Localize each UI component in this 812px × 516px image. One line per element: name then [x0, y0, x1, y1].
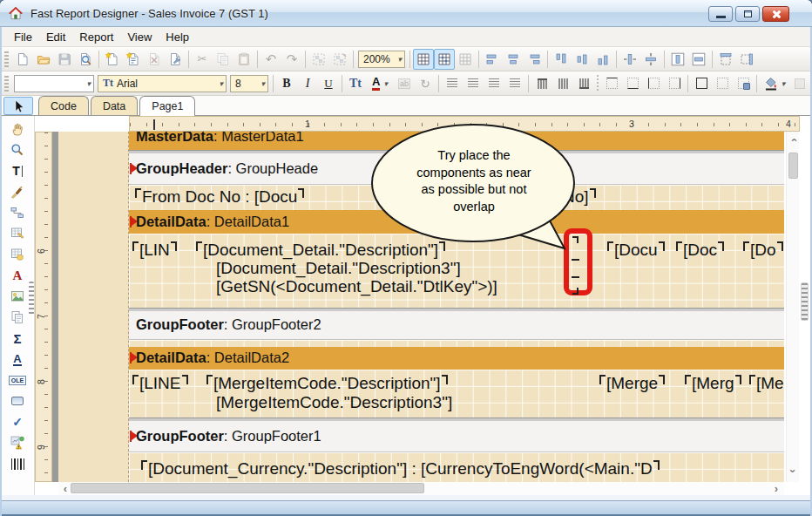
toolbar-grip[interactable] [4, 51, 9, 67]
toolbar-grip[interactable] [4, 76, 9, 92]
scroll-down-icon[interactable]: › [787, 465, 799, 477]
scroll-right-icon[interactable]: › [770, 482, 782, 494]
tab-code[interactable]: Code [38, 96, 89, 115]
zoom-combo[interactable]: 200% ▾ [358, 51, 405, 68]
text-background-button[interactable] [789, 73, 810, 94]
chart-tool[interactable] [7, 433, 28, 452]
frame-edit-button[interactable] [733, 73, 754, 94]
center-vertically-button[interactable] [688, 49, 709, 70]
report-object-text[interactable]: [Merge [599, 374, 665, 392]
align-tops-button[interactable] [551, 49, 572, 70]
menu-report[interactable]: Report [72, 29, 120, 45]
open-report-button[interactable] [33, 49, 54, 70]
report-object-text[interactable]: [Merg [685, 374, 741, 392]
page-settings-button[interactable] [165, 49, 186, 70]
save-report-button[interactable] [54, 49, 75, 70]
menu-help[interactable]: Help [159, 29, 196, 45]
group-button[interactable] [308, 49, 329, 70]
report-object-text[interactable]: [Docu [607, 241, 665, 259]
report-object-text[interactable]: [Do [743, 241, 783, 259]
align-rights-button[interactable] [524, 49, 545, 70]
cut-button[interactable]: ✂ [192, 49, 213, 70]
frame-right-button[interactable] [664, 73, 685, 94]
frame-top-button[interactable] [601, 73, 622, 94]
same-height-button[interactable] [736, 49, 757, 70]
underline-button[interactable]: U [318, 73, 339, 94]
matrix-tool[interactable] [7, 224, 28, 243]
text-object-tool[interactable]: A [7, 266, 28, 285]
bold-button[interactable]: B [276, 73, 297, 94]
report-object-text[interactable]: [Me [749, 374, 784, 392]
fill-color-button[interactable]: ▾ [760, 73, 789, 94]
frame-left-button[interactable] [643, 73, 664, 94]
left-splitter-grip[interactable] [29, 282, 34, 315]
italic-button[interactable]: I [297, 73, 318, 94]
format-painter-tool[interactable] [7, 182, 28, 201]
band-header-groupfooter2[interactable]: GroupFooter: GroupFooter2 [129, 311, 784, 340]
scroll-up-icon[interactable]: › [787, 133, 799, 146]
font-dialog-button[interactable]: Tt [345, 73, 366, 94]
report-object-text[interactable]: [MergeItemCode."Description3"] [216, 393, 452, 411]
data-grid-tool[interactable] [7, 245, 28, 264]
richtext-tool[interactable]: A [7, 350, 28, 369]
report-object-text[interactable]: [MergeItemCode."Description"] [206, 374, 448, 392]
delete-page-button[interactable] [144, 49, 165, 70]
report-object-text[interactable]: [Doc [676, 241, 724, 259]
report-object-text[interactable]: [Document_Currency."Description"] : [Cur… [141, 459, 660, 478]
minimize-button[interactable] [708, 6, 733, 22]
valign-center-button[interactable] [552, 73, 573, 94]
copy-button[interactable] [213, 49, 233, 70]
menu-edit[interactable]: Edit [39, 29, 72, 45]
space-horizontally-button[interactable] [619, 49, 640, 70]
preview-button[interactable] [75, 49, 96, 70]
ungroup-button[interactable] [329, 49, 350, 70]
checkbox-tool[interactable]: ✓ [7, 412, 28, 431]
align-centers-button[interactable] [503, 49, 524, 70]
redo-button[interactable]: ↷ [281, 49, 302, 70]
text-align-left-button[interactable] [442, 73, 463, 94]
valign-top-button[interactable] [531, 73, 552, 94]
highlight-button[interactable]: ab [394, 73, 415, 94]
report-object-text[interactable]: [LIN [132, 241, 177, 259]
paste-button[interactable] [233, 49, 254, 70]
ole-tool[interactable]: OLE [7, 370, 28, 390]
center-horizontally-button[interactable] [667, 49, 688, 70]
band-header-detaildata2[interactable]: DetailData: DetailData2 [129, 347, 784, 370]
frame-all-button[interactable] [691, 73, 712, 94]
same-width-button[interactable] [715, 49, 736, 70]
band-header-groupfooter1[interactable]: GroupFooter: GroupFooter1 [129, 421, 784, 452]
font-name-combo[interactable]: Tt Arial ▾ [98, 75, 227, 92]
subreport-tool[interactable] [7, 308, 28, 327]
text-align-right-button[interactable] [484, 73, 504, 94]
rotation-button[interactable]: ↻ [415, 73, 436, 94]
menu-file[interactable]: File [7, 29, 39, 45]
restore-button[interactable] [735, 6, 760, 22]
hand-tool[interactable] [7, 119, 28, 139]
report-object-text[interactable]: [GetSN(<Document_Detail."DtlKey">)] [216, 277, 497, 295]
shape-tool[interactable] [7, 391, 28, 411]
horizontal-scrollbar-thumb[interactable] [71, 483, 424, 493]
text-align-justify-button[interactable] [504, 73, 525, 94]
align-lefts-button[interactable] [482, 49, 503, 70]
right-splitter-grip[interactable] [801, 282, 809, 321]
vertical-scrollbar-thumb[interactable] [788, 153, 798, 179]
band-content-groupfooter2[interactable] [129, 340, 784, 347]
report-object-text[interactable]: From Doc No : [Docu [135, 187, 304, 206]
frame-none-button[interactable] [712, 73, 733, 94]
space-vertically-button[interactable] [640, 49, 661, 70]
text-edit-tool[interactable]: T [7, 161, 28, 180]
zoom-tool[interactable] [7, 140, 28, 160]
valign-bottom-button[interactable] [573, 73, 594, 94]
align-to-grid-button[interactable] [434, 49, 455, 70]
report-object-text[interactable]: [LINE [132, 374, 188, 392]
tab-data[interactable]: Data [91, 96, 138, 115]
menu-view[interactable]: View [120, 29, 159, 45]
align-middles-button[interactable] [572, 49, 592, 70]
font-size-combo[interactable]: 8 ▾ [230, 75, 268, 92]
undo-button[interactable]: ↶ [261, 49, 281, 70]
barcode-tool[interactable] [7, 454, 28, 473]
picture-tool[interactable] [7, 287, 28, 306]
close-button[interactable] [762, 6, 789, 22]
align-bottoms-button[interactable] [592, 49, 613, 70]
vertical-scrollbar[interactable]: › › [786, 132, 799, 482]
